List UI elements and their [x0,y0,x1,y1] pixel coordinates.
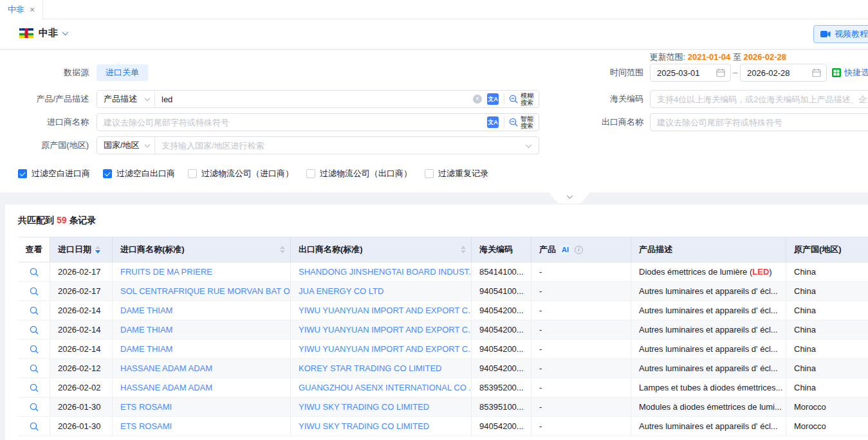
exporter-link[interactable]: KOREY STAR TRADING CO LIMITED [291,359,472,378]
chevron-down-icon[interactable] [526,142,532,148]
importer-link[interactable]: DAME THIAM [113,340,291,358]
exporter-link[interactable]: YIWU YUANYUAN IMPORT AND EXPORT C... [291,320,472,339]
date-from-input[interactable]: 2025-03-01 [650,64,731,82]
results-table: 查看 进口日期 进口商名称(标准) 出口商名称(标准) 海关编码 产 [18,237,868,440]
summary-prefix: 共匹配到 [18,215,54,225]
video-tutorial-button[interactable]: 视频教程 [813,25,868,43]
hs-code-input[interactable] [651,91,868,107]
info-icon[interactable]: i [575,246,583,254]
calendar-icon [812,68,821,77]
quick-select-grid-icon [832,68,841,77]
checkbox-unchecked-icon[interactable] [306,169,315,178]
view-cell[interactable] [18,320,50,339]
view-detail-magnifier-icon[interactable] [29,363,39,374]
exporter-input[interactable] [651,114,868,131]
hs-code: 94054200... [472,301,531,320]
col-importer[interactable]: 进口商名称(标准) [113,237,291,262]
table-row: 2026-01-30 ETS ROSAMI YIWU SKY TRADING C… [18,398,868,417]
importer-link[interactable]: DAME THIAM [113,320,291,339]
view-detail-magnifier-icon[interactable] [29,306,39,316]
product-type-select[interactable]: 产品描述 [97,91,155,107]
exporter-link[interactable]: SHANDONG JINSHENGTAI BOARD INDUST... [291,262,472,281]
product-cell: - [531,359,631,378]
importer-link[interactable]: HASSANE ADAM ADAM [113,359,291,378]
checkbox-filter-logistics-importer[interactable]: 过滤物流公司（进口商） [188,168,293,179]
view-detail-magnifier-icon[interactable] [29,267,39,277]
translate-icon[interactable]: 文A [487,116,499,128]
checkbox-label: 过滤空白出口商 [116,168,175,179]
sort-icons[interactable] [280,246,285,253]
importer-link[interactable]: ETS ROSAMI [113,398,291,416]
table-header-row: 查看 进口日期 进口商名称(标准) 出口商名称(标准) 海关编码 产 [18,237,868,262]
hs-code: 85414100... [472,262,531,281]
col-exporter[interactable]: 出口商名称(标准) [291,237,472,262]
product-search-control: 产品描述 × 文A 模糊 搜索 [97,90,539,108]
fuzzy-search-button[interactable]: 模糊 搜索 [504,92,539,106]
checkbox-checked-icon[interactable] [18,169,27,178]
view-detail-magnifier-icon[interactable] [29,421,39,432]
data-source-import-declaration-button[interactable]: 进口关单 [97,64,148,81]
result-count: 59 [54,215,69,225]
importer-link[interactable]: DAME THIAM [113,301,291,320]
collapse-filter-handle[interactable] [544,192,595,203]
exporter-link[interactable]: JUA ENERGY CO LTD [291,282,472,300]
origin-country: China [786,378,868,397]
smart-search-button[interactable]: 智能 搜索 [504,115,539,129]
view-cell[interactable] [18,340,50,358]
product-desc: Autres luminaires et appareils d' écl... [631,340,786,358]
importer-link[interactable]: FRUITS DE MA PRIERE [113,262,291,281]
checkbox-filter-logistics-exporter[interactable]: 过滤物流公司（出口商） [306,168,412,179]
importer-link[interactable]: ETS ROSAMI [113,417,291,435]
exporter-link[interactable]: YIWU SKY TRADING CO LIMITED [291,417,472,435]
close-icon[interactable]: × [30,5,35,14]
view-detail-magnifier-icon[interactable] [29,383,39,393]
clear-input-icon[interactable]: × [473,95,482,104]
product-search-input[interactable] [155,91,473,107]
importer-input[interactable] [97,114,487,131]
exporter-link[interactable]: YIWU YUANYUAN IMPORT AND EXPORT C... [291,340,472,358]
checkbox-unchecked-icon[interactable] [425,169,434,178]
view-cell[interactable] [18,417,50,435]
product-desc: Modules à diodes émettrices de lumi... [631,398,786,416]
product-cell: - [531,340,631,358]
exporter-link[interactable]: YIWU SKY TRADING CO LIMITED [291,398,472,416]
origin-country-input[interactable] [155,137,526,154]
checkbox-filter-blank-exporter[interactable]: 过滤空白出口商 [103,168,175,179]
quick-select-button[interactable]: 快捷选 [832,64,868,82]
table-row: 2026-01-30 ETS ROSAMI YIWU SKY TRADING C… [18,417,868,436]
view-detail-magnifier-icon[interactable] [29,344,39,354]
date-to-input[interactable]: 2026-02-28 [740,64,827,82]
checkbox-filter-duplicate-records[interactable]: 过滤重复记录 [425,168,488,179]
importer-link[interactable]: SOL CENTRAFRIQUE RUE MORVAN BAT OF... [113,282,291,300]
date-range-separator: – [733,64,737,82]
col-label: 进口日期 [58,244,91,255]
view-cell[interactable] [18,359,50,378]
origin-country: China [786,301,868,320]
view-detail-magnifier-icon[interactable] [29,325,39,335]
importer-link[interactable]: HASSANE ADAM ADAM [113,378,291,397]
checkbox-unchecked-icon[interactable] [188,169,197,178]
smart-search-line1: 智能 [521,115,533,122]
chevron-down-icon [145,142,150,147]
exporter-link[interactable]: GUANGZHOU ASENX INTERNATIONAL CO ... [291,378,472,397]
sort-icons[interactable] [95,246,100,253]
checkbox-filter-blank-importer[interactable]: 过滤空白进口商 [18,168,90,179]
view-cell[interactable] [18,378,50,397]
col-import-date[interactable]: 进口日期 [50,237,113,262]
tab-central-africa[interactable]: 中非 × [0,0,43,19]
sort-icons[interactable] [461,246,466,253]
origin-type-select[interactable]: 国家/地区 [97,137,155,154]
view-detail-magnifier-icon[interactable] [29,286,39,297]
view-detail-magnifier-icon[interactable] [29,402,39,412]
ai-badge: AI [560,245,571,254]
view-cell[interactable] [18,398,50,416]
view-cell[interactable] [18,262,50,281]
checkbox-checked-icon[interactable] [103,169,112,178]
view-cell[interactable] [18,282,50,300]
view-cell[interactable] [18,301,50,320]
importer-label: 进口商名称 [0,113,89,131]
table-row-partial [18,436,868,440]
exporter-link[interactable]: YIWU YUANYUAN IMPORT AND EXPORT C... [291,301,472,320]
country-selector[interactable]: 中非 [19,27,68,39]
translate-icon[interactable]: 文A [487,93,499,105]
